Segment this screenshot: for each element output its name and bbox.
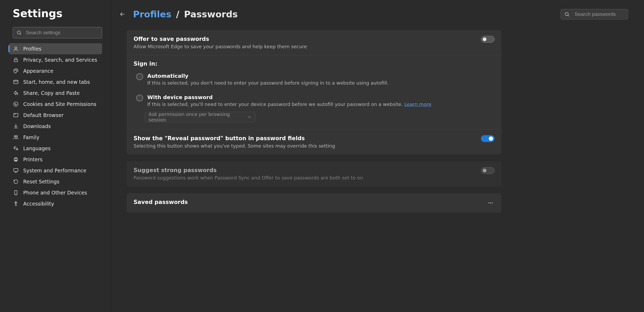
sidebar-search-wrap	[13, 27, 102, 38]
sidebar-item-share[interactable]: Share, Copy and Paste	[9, 87, 102, 99]
breadcrumb-current: Passwords	[184, 9, 238, 19]
palette-icon	[13, 68, 19, 74]
search-passwords-input[interactable]	[561, 9, 628, 19]
sidebar-item-downloads[interactable]: Downloads	[9, 121, 102, 132]
back-button[interactable]	[117, 9, 128, 19]
sidebar-item-label: Printers	[23, 157, 42, 162]
sign-in-device-radio[interactable]	[136, 95, 143, 101]
share-icon	[13, 90, 19, 96]
svg-point-26	[15, 202, 16, 203]
page-title: Settings	[13, 7, 102, 19]
sidebar-item-start[interactable]: Start, home, and new tabs	[9, 76, 102, 87]
language-icon	[13, 145, 19, 151]
svg-rect-7	[14, 80, 18, 84]
sidebar-item-label: Profiles	[23, 46, 41, 52]
svg-point-10	[15, 103, 15, 104]
arrow-left-icon	[119, 11, 126, 18]
download-icon	[13, 123, 19, 129]
sidebar-item-label: System and Performance	[23, 168, 86, 173]
svg-point-29	[489, 202, 489, 203]
reveal-toggle[interactable]	[481, 135, 495, 142]
sign-in-auto-radio[interactable]	[136, 73, 143, 80]
printer-icon	[13, 157, 19, 162]
sidebar-item-printers[interactable]: Printers	[9, 154, 102, 165]
svg-line-28	[568, 15, 569, 16]
sign-in-device-desc: If this is selected, you'll need to ente…	[147, 101, 495, 107]
sidebar-item-system[interactable]: System and Performance	[9, 165, 102, 176]
svg-point-6	[17, 70, 17, 71]
offer-save-title: Offer to save passwords	[134, 36, 476, 42]
reset-icon	[13, 179, 19, 184]
sidebar-item-label: Accessibility	[23, 201, 54, 207]
suggest-desc: Password suggestions work when Password …	[134, 175, 476, 181]
header-search-wrap	[561, 9, 628, 19]
reveal-desc: Selecting this button shows what you've …	[134, 143, 476, 149]
svg-point-9	[14, 102, 18, 106]
sidebar-item-default-browser[interactable]: Default Browser	[9, 110, 102, 121]
svg-rect-21	[14, 169, 18, 172]
chevron-down-icon	[247, 115, 252, 119]
svg-point-27	[565, 12, 568, 16]
sign-in-auto-desc: If this is selected, you don't need to e…	[147, 80, 495, 86]
sidebar-item-label: Downloads	[23, 123, 51, 129]
sidebar-item-label: Appearance	[23, 68, 53, 74]
svg-point-11	[16, 104, 17, 105]
sidebar-item-phone[interactable]: Phone and Other Devices	[9, 187, 102, 198]
sidebar-item-label: Languages	[23, 145, 51, 151]
svg-point-4	[15, 70, 15, 71]
reveal-title: Show the "Reveal password" button in pas…	[134, 135, 476, 142]
sidebar-search-input[interactable]	[13, 27, 102, 38]
svg-point-15	[15, 114, 16, 114]
breadcrumb-parent-link[interactable]: Profiles	[133, 9, 171, 19]
sidebar-item-label: Privacy, Search, and Services	[23, 57, 97, 63]
svg-point-30	[490, 202, 491, 203]
sign-in-device-title: With device password	[147, 94, 495, 100]
device-password-frequency-select[interactable]: Ask permission once per browsing session	[145, 112, 255, 122]
svg-rect-19	[15, 158, 17, 159]
sidebar-item-label: Default Browser	[23, 112, 63, 118]
monitor-icon	[13, 168, 19, 173]
sidebar-item-label: Start, home, and new tabs	[23, 79, 90, 85]
browser-icon	[13, 112, 19, 118]
offer-save-desc: Allow Microsoft Edge to save your passwo…	[134, 44, 476, 49]
sign-in-auto-title: Automatically	[147, 73, 495, 79]
sidebar-item-profiles[interactable]: Profiles	[9, 43, 102, 54]
sidebar-item-languages[interactable]: Languages	[9, 143, 102, 154]
sidebar-item-accessibility[interactable]: Accessibility	[9, 198, 102, 209]
suggest-toggle[interactable]	[481, 167, 495, 174]
svg-point-31	[492, 202, 493, 203]
breadcrumb-separator: /	[176, 9, 179, 19]
svg-rect-3	[14, 60, 18, 62]
svg-point-14	[15, 114, 15, 114]
svg-point-12	[15, 105, 16, 105]
sidebar-item-appearance[interactable]: Appearance	[9, 65, 102, 76]
sidebar-item-family[interactable]: Family	[9, 132, 102, 143]
cookie-icon	[13, 101, 19, 107]
more-horizontal-icon	[488, 200, 494, 206]
sidebar-item-label: Reset Settings	[23, 179, 59, 184]
sidebar-item-privacy[interactable]: Privacy, Search, and Services	[9, 54, 102, 65]
lock-icon	[13, 57, 19, 63]
svg-rect-13	[14, 114, 18, 117]
offer-save-toggle[interactable]	[481, 36, 495, 43]
learn-more-link[interactable]: Learn more	[404, 101, 432, 107]
phone-icon	[13, 190, 19, 196]
svg-point-16	[14, 136, 16, 137]
accessibility-icon	[13, 201, 19, 207]
sidebar-item-label: Cookies and Site Permissions	[23, 101, 96, 107]
suggest-title: Suggest strong passwords	[134, 167, 476, 173]
sidebar-item-cookies[interactable]: Cookies and Site Permissions	[9, 99, 102, 110]
profile-icon	[13, 46, 19, 52]
svg-rect-18	[14, 159, 18, 160]
svg-point-2	[15, 47, 17, 49]
sidebar-item-label: Share, Copy and Paste	[23, 90, 80, 96]
sign-in-title: Sign in:	[127, 55, 501, 69]
window-icon	[13, 79, 19, 85]
sidebar-item-reset[interactable]: Reset Settings	[9, 176, 102, 187]
svg-point-17	[16, 136, 17, 137]
saved-passwords-title: Saved passwords	[134, 199, 481, 205]
sidebar-item-label: Phone and Other Devices	[23, 190, 87, 196]
family-icon	[13, 134, 19, 140]
saved-passwords-more-button[interactable]	[487, 199, 495, 207]
select-value: Ask permission once per browsing session	[149, 111, 247, 123]
